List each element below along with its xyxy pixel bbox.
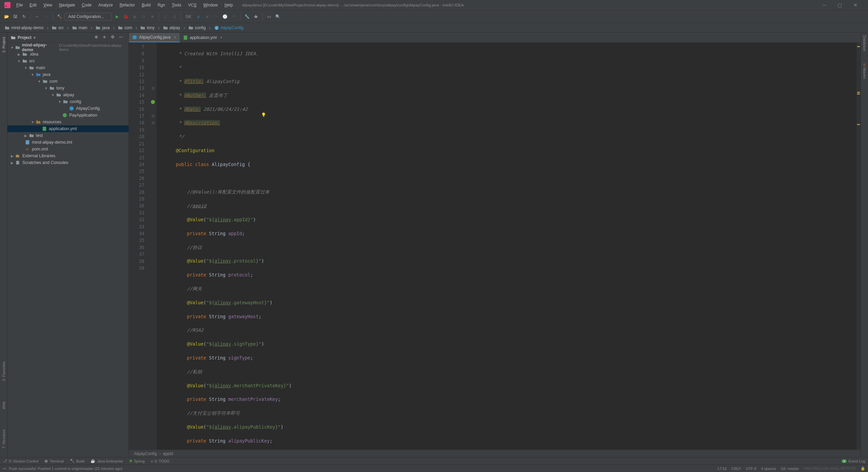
- tree-payapplication[interactable]: PayApplication: [7, 112, 129, 119]
- tree-idea[interactable]: ▶.idea: [7, 51, 129, 58]
- gutter-icons[interactable]: ⊟ ⊟ ⊟: [149, 43, 157, 450]
- tool-event-log[interactable]: 2Event Log: [842, 459, 865, 463]
- git-revert-icon[interactable]: ↶: [230, 13, 238, 20]
- lightbulb-icon[interactable]: 💡: [261, 112, 266, 117]
- crumb-tony[interactable]: tony: [138, 25, 157, 31]
- tree-iml[interactable]: mind-alipay-demo.iml: [7, 139, 129, 146]
- tree-external[interactable]: ▶External Libraries: [7, 152, 129, 159]
- tree-resources[interactable]: ▼resources: [7, 119, 129, 125]
- gear-icon[interactable]: ⚙: [111, 35, 117, 41]
- git-update-icon[interactable]: ↙: [195, 13, 202, 20]
- stripe-structure[interactable]: 7: Structure: [2, 428, 6, 450]
- tree-alipayconfig[interactable]: AlipayConfig: [7, 105, 129, 112]
- bc-field[interactable]: appId: [163, 451, 173, 456]
- bc-class[interactable]: AlipayConfig: [134, 451, 157, 456]
- project-tree[interactable]: ▼mind-alipay-demoD:\code\MyGiteeProject\…: [7, 43, 129, 457]
- crumb-alipay[interactable]: alipay: [161, 25, 182, 31]
- stripe-project[interactable]: 1: Project: [2, 35, 6, 54]
- editor-content[interactable]: 7891011121314151617181920212223242526272…: [129, 43, 861, 450]
- project-panel-title[interactable]: Project ▾: [11, 35, 36, 40]
- vcs-tool-icon[interactable]: ⇊: [171, 13, 178, 20]
- tree-com[interactable]: ▼com: [7, 78, 129, 85]
- tool-todo[interactable]: ≡6: TODO: [151, 459, 170, 463]
- crumb-class[interactable]: CAlipayConfig: [212, 25, 245, 31]
- stripe-favorites[interactable]: 2: Favorites: [2, 360, 6, 383]
- run-configuration-select[interactable]: Add Configuration...: [64, 13, 112, 20]
- presentation-icon[interactable]: ▭: [265, 13, 273, 20]
- scroll-to-icon[interactable]: ⊕: [95, 35, 101, 41]
- menu-tools[interactable]: Tools: [169, 1, 184, 9]
- tree-main[interactable]: ▼main: [7, 64, 129, 71]
- tool-spring[interactable]: ❀Spring: [129, 459, 145, 463]
- stripe-database[interactable]: Database: [862, 33, 867, 54]
- git-commit-icon[interactable]: ✓: [204, 13, 211, 20]
- tree-root[interactable]: ▼mind-alipay-demoD:\code\MyGiteeProject\…: [7, 44, 129, 51]
- tree-scratches[interactable]: ▶Scratches and Consoles: [7, 159, 129, 166]
- tool-java-enterprise[interactable]: ☕Java Enterprise: [91, 459, 123, 463]
- settings-icon[interactable]: 🔧: [243, 13, 251, 20]
- tree-alipay[interactable]: ▼alipay: [7, 91, 129, 98]
- git-compare-icon[interactable]: ⤳: [213, 13, 220, 20]
- menu-run[interactable]: Run: [155, 1, 168, 9]
- menu-window[interactable]: Window: [200, 1, 221, 9]
- crumb-java[interactable]: java: [94, 25, 112, 31]
- hide-icon[interactable]: —: [119, 35, 125, 41]
- search-icon[interactable]: 🔍: [274, 13, 282, 20]
- collapse-all-icon[interactable]: ≑: [103, 35, 109, 41]
- tool-version-control[interactable]: ⎇9: Version Control: [3, 459, 38, 463]
- minimize-button[interactable]: ─: [820, 2, 829, 8]
- menu-help[interactable]: Help: [221, 1, 236, 9]
- open-icon[interactable]: 📂: [3, 13, 10, 20]
- menu-file[interactable]: FFileile: [13, 1, 26, 9]
- close-tab-icon[interactable]: ×: [220, 35, 222, 40]
- menu-code[interactable]: Code: [79, 1, 95, 9]
- crumb-src[interactable]: src: [50, 25, 66, 31]
- stripe-web[interactable]: Web: [2, 400, 6, 411]
- crumb-project[interactable]: mind-alipay-demo: [3, 25, 45, 31]
- git-history-icon[interactable]: 🕐: [221, 13, 229, 20]
- close-button[interactable]: ✕: [851, 2, 860, 8]
- crumb-com[interactable]: com: [116, 25, 134, 31]
- tool-build[interactable]: 🔨Build: [70, 459, 84, 463]
- status-indent[interactable]: 4 spaces: [761, 467, 776, 471]
- menu-refactor[interactable]: Refactor: [117, 1, 138, 9]
- debug-icon[interactable]: 🐞: [122, 13, 130, 20]
- menu-edit[interactable]: Edit: [26, 1, 40, 9]
- status-encoding[interactable]: UTF-8: [746, 467, 756, 471]
- save-icon[interactable]: 🖫: [12, 13, 19, 20]
- status-git-branch[interactable]: Git: master: [781, 467, 799, 471]
- stripe-maven[interactable]: m Maven: [862, 61, 867, 81]
- crumb-main[interactable]: main: [70, 25, 90, 31]
- deploy-icon[interactable]: ⛴: [252, 13, 260, 20]
- crumb-config[interactable]: config: [186, 25, 208, 31]
- status-icon[interactable]: ▭: [3, 466, 6, 471]
- refresh-icon[interactable]: ↻: [20, 13, 28, 20]
- code-editor[interactable]: * Created With IntelliJ IDEA. * * @Title…: [157, 43, 861, 450]
- editor-tab-alipayconfig[interactable]: AlipayConfig.java ×: [129, 33, 180, 42]
- attach-icon[interactable]: ⤓: [162, 13, 169, 20]
- menu-analyze[interactable]: Analyze: [95, 1, 116, 9]
- run-icon[interactable]: ▶: [113, 13, 121, 20]
- maximize-button[interactable]: ▢: [835, 2, 845, 8]
- tree-pom[interactable]: mpom.xml: [7, 146, 129, 152]
- tree-java[interactable]: ▼java: [7, 71, 129, 78]
- stop-icon[interactable]: ■: [149, 13, 156, 20]
- status-line-sep[interactable]: CRLF: [731, 467, 741, 471]
- profile-icon[interactable]: ⊙: [140, 13, 147, 20]
- menu-view[interactable]: View: [40, 1, 55, 9]
- forward-icon[interactable]: →: [42, 13, 50, 20]
- back-icon[interactable]: ←: [34, 13, 41, 20]
- menu-vcs[interactable]: VCS: [185, 1, 200, 9]
- scroll-indicator[interactable]: [856, 43, 861, 450]
- tree-src[interactable]: ▼src: [7, 58, 129, 64]
- menu-navigate[interactable]: Navigate: [56, 1, 78, 9]
- menu-build[interactable]: Build: [139, 1, 154, 9]
- tree-applicationyml[interactable]: application.yml: [7, 125, 129, 132]
- tree-test[interactable]: ▶test: [7, 132, 129, 139]
- coverage-icon[interactable]: ◉: [131, 13, 138, 20]
- status-lock-icon[interactable]: 🔒: [861, 466, 865, 471]
- tool-terminal[interactable]: ▣Terminal: [44, 459, 64, 463]
- tree-config[interactable]: ▼config: [7, 98, 129, 105]
- editor-tab-applicationyml[interactable]: application.yml ×: [180, 33, 226, 42]
- close-tab-icon[interactable]: ×: [174, 35, 176, 40]
